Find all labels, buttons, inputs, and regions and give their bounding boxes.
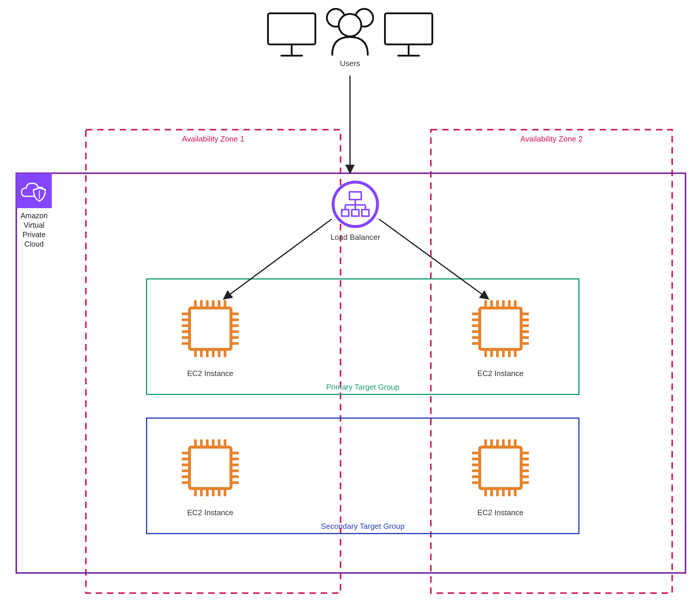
- vpc-label: Amazon: [20, 211, 48, 220]
- vpc-label: Virtual: [24, 221, 44, 229]
- vpc-label: Private: [22, 230, 46, 239]
- ec2-instance-label: EC2 Instance: [187, 369, 233, 378]
- load-balancer-label: Load Balancer: [331, 233, 380, 242]
- ec2-icon: [182, 300, 239, 357]
- svg-rect-46: [480, 308, 521, 349]
- ec2-instance-label: EC2 Instance: [187, 508, 233, 517]
- arrow: [224, 219, 332, 299]
- svg-rect-21: [190, 308, 231, 349]
- primary-target-group-label: Primary Target Group: [326, 382, 400, 392]
- arrow: [379, 219, 489, 299]
- az2-label: Availability Zone 2: [520, 134, 583, 143]
- ec2-icon: [472, 439, 529, 496]
- architecture-diagram: Availability Zone 1Availability Zone 2Am…: [0, 0, 700, 607]
- svg-point-10: [339, 14, 361, 37]
- vpc-badge-icon: [16, 173, 52, 208]
- ec2-instance-label: EC2 Instance: [477, 508, 524, 517]
- az1-label: Availability Zone 1: [182, 134, 245, 143]
- load-balancer-icon: [333, 182, 378, 227]
- ec2-instance-label: EC2 Instance: [477, 369, 524, 378]
- monitor-icon: [268, 13, 315, 56]
- svg-rect-5: [385, 13, 432, 44]
- az1-box: [86, 130, 341, 593]
- ec2-icon: [182, 439, 239, 496]
- svg-rect-96: [480, 447, 521, 488]
- svg-rect-2: [268, 13, 315, 44]
- users-icon: [327, 9, 373, 55]
- vpc-label: Cloud: [24, 240, 44, 248]
- monitor-icon: [385, 13, 432, 56]
- secondary-target-group-label: Secondary Target Group: [321, 522, 405, 530]
- svg-rect-71: [190, 447, 231, 488]
- az2-box: [431, 130, 672, 593]
- ec2-icon: [472, 300, 529, 357]
- users-label: Users: [340, 59, 360, 68]
